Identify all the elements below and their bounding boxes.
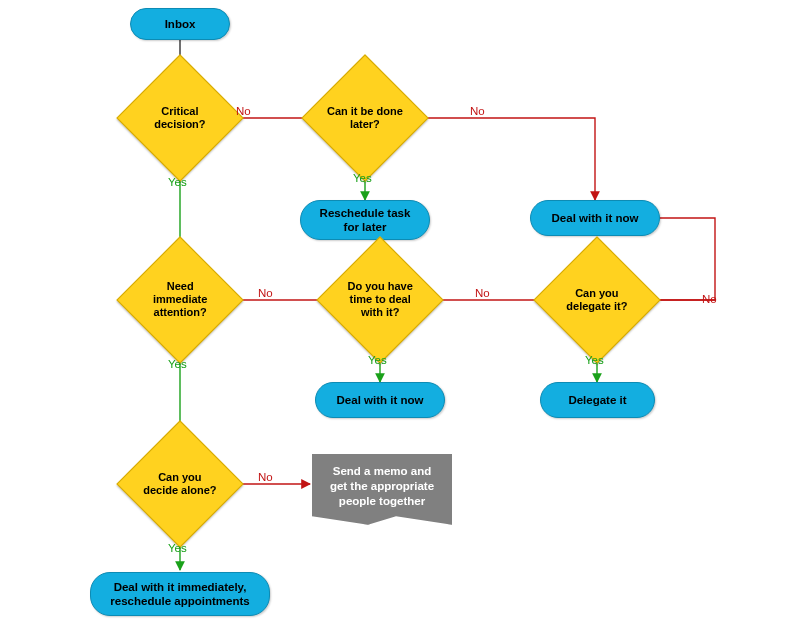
node-label: Send a memo and get the appropriate peop…	[324, 464, 440, 509]
node-can-delegate: Can you delegate it?	[533, 236, 660, 363]
edge-label-no: No	[475, 287, 490, 299]
node-label: Can you decide alone?	[143, 471, 216, 496]
node-label: Deal with it now	[337, 393, 424, 407]
edge-label-yes: Yes	[168, 542, 187, 554]
edge-label-no: No	[470, 105, 485, 117]
node-deal-now-middle: Deal with it now	[315, 382, 445, 418]
node-can-later: Can it be done later?	[301, 54, 428, 181]
node-need-attention: Need immediate attention?	[116, 236, 243, 363]
edge-label-no: No	[258, 287, 273, 299]
edge-label-yes: Yes	[353, 172, 372, 184]
node-label: Deal with it now	[552, 211, 639, 225]
edge-label-yes: Yes	[368, 354, 387, 366]
node-delegate-it: Delegate it	[540, 382, 655, 418]
node-label: Inbox	[165, 17, 196, 31]
node-label: Deal with it immediately, reschedule app…	[101, 580, 259, 609]
edge-label-no: No	[258, 471, 273, 483]
node-label: Need immediate attention?	[153, 280, 207, 318]
edge-label-yes: Yes	[168, 176, 187, 188]
node-inbox: Inbox	[130, 8, 230, 40]
node-critical-decision: Critical decision?	[116, 54, 243, 181]
node-have-time: Do you have time to deal with it?	[316, 236, 443, 363]
edge-label-no: No	[702, 293, 717, 305]
node-decide-alone: Can you decide alone?	[116, 420, 243, 547]
node-label: Do you have time to deal with it?	[347, 280, 412, 318]
node-deal-now-upper: Deal with it now	[530, 200, 660, 236]
node-label: Reschedule task for later	[311, 206, 419, 235]
edge-label-no: No	[236, 105, 251, 117]
node-reschedule-later: Reschedule task for later	[300, 200, 430, 240]
node-label: Can you delegate it?	[566, 287, 627, 312]
edge-label-yes: Yes	[168, 358, 187, 370]
node-label: Delegate it	[568, 393, 626, 407]
edge-label-yes: Yes	[585, 354, 604, 366]
node-send-memo: Send a memo and get the appropriate peop…	[312, 454, 452, 525]
node-label: Critical decision?	[154, 105, 205, 130]
node-deal-immediate: Deal with it immediately, reschedule app…	[90, 572, 270, 616]
node-label: Can it be done later?	[327, 105, 403, 130]
